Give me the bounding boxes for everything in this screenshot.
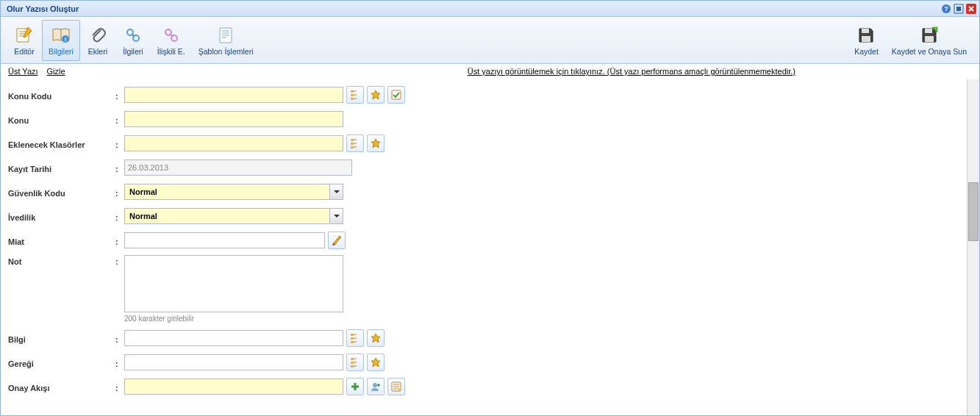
preview-hint-link[interactable]: Üst yazıyı görüntülemek için tıklayınız.… (468, 67, 795, 76)
label-geregi: Gereği (8, 357, 115, 368)
select-ivedilik-value[interactable] (125, 209, 329, 223)
svg-rect-19 (351, 98, 354, 100)
input-konu-kodu[interactable] (124, 87, 343, 103)
save-submit-icon (920, 25, 938, 46)
tree-browse-button[interactable] (346, 135, 364, 152)
edit-list-button[interactable] (387, 378, 405, 395)
input-miat[interactable] (124, 232, 325, 248)
iliskili-label: İlişkili E. (157, 47, 185, 56)
row-ivedilik: İvedilik : (8, 207, 959, 226)
svg-text:?: ? (944, 5, 948, 12)
label-not: Not (8, 255, 115, 266)
ust-yazi-link[interactable]: Üst Yazı (8, 67, 38, 76)
svg-rect-22 (351, 143, 354, 145)
favorite-button[interactable] (367, 86, 385, 104)
kaydet-button[interactable]: Kaydet (848, 20, 885, 61)
select-ivedilik[interactable] (124, 208, 343, 224)
favorite-button[interactable] (367, 329, 385, 347)
svg-rect-20 (392, 90, 401, 99)
chevron-down-icon[interactable] (329, 184, 343, 199)
svg-rect-13 (862, 29, 869, 33)
toolbar: Editör i Bilgileri Ekleri İlgileri İlişk… (1, 17, 979, 64)
svg-rect-16 (925, 36, 934, 42)
add-button[interactable] (346, 378, 364, 395)
label-konu: Konu (8, 114, 115, 125)
ilgileri-label: İlgileri (123, 47, 143, 56)
ilgileri-button[interactable]: İlgileri (115, 20, 151, 61)
textarea-not[interactable] (124, 255, 343, 312)
input-konu[interactable] (124, 111, 343, 127)
pencil-note-icon (15, 25, 34, 46)
input-bilgi[interactable] (124, 330, 343, 346)
label-ivedilik: İvedilik (8, 211, 115, 222)
sablon-button[interactable]: Şablon İşlemleri (192, 20, 260, 61)
svg-text:i: i (65, 37, 66, 42)
input-onay-akisi[interactable] (124, 379, 343, 395)
svg-rect-14 (862, 36, 870, 42)
svg-rect-24 (351, 334, 354, 336)
gizle-link[interactable]: Gizle (47, 67, 65, 76)
close-icon[interactable] (965, 3, 976, 14)
label-onay-akisi: Onay Akışı (8, 381, 115, 392)
input-eklenecek[interactable] (124, 135, 343, 151)
tree-browse-button[interactable] (346, 86, 364, 104)
window-title: Olur Yazısı Oluştur (7, 4, 940, 13)
add-user-button[interactable] (367, 378, 385, 395)
label-eklenecek: Eklenecek Klasörler (8, 138, 115, 149)
link-chain-icon (162, 25, 180, 46)
kaydet-onaya-label: Kaydet ve Onaya Sun (892, 47, 967, 56)
vertical-scrollbar[interactable] (967, 79, 979, 415)
save-icon (857, 25, 875, 46)
label-bilgi: Bilgi (8, 333, 115, 344)
row-bilgi: Bilgi : (8, 329, 959, 348)
label-guvenlik: Güvenlik Kodu (8, 187, 115, 198)
svg-rect-18 (351, 94, 354, 96)
titlebar-controls: ? (940, 3, 976, 14)
sub-link-bar: Üst Yazı Gizle Üst yazıyı görüntülemek i… (1, 64, 979, 79)
sablon-label: Şablon İşlemleri (198, 47, 254, 56)
select-guvenlik-value[interactable] (125, 184, 329, 199)
chevron-down-icon[interactable] (329, 209, 343, 223)
favorite-button[interactable] (367, 354, 385, 371)
link-icon (124, 25, 142, 46)
input-kayit-tarihi (124, 159, 352, 176)
tree-browse-button[interactable] (346, 329, 364, 347)
svg-rect-28 (351, 362, 354, 364)
label-miat: Miat (8, 235, 115, 246)
iliskili-button[interactable]: İlişkili E. (151, 20, 192, 61)
ekleri-label: Ekleri (88, 47, 107, 56)
bilgileri-label: Bilgileri (49, 47, 74, 56)
row-miat: Miat : (8, 231, 959, 250)
help-icon[interactable]: ? (940, 3, 951, 14)
paperclip-icon (89, 25, 107, 46)
kaydet-label: Kaydet (854, 47, 879, 56)
kaydet-onaya-button[interactable]: Kaydet ve Onaya Sun (885, 20, 973, 61)
row-not: Not : (8, 255, 959, 312)
clear-brush-button[interactable] (328, 232, 346, 249)
svg-rect-29 (351, 365, 354, 367)
bilgileri-button[interactable]: i Bilgileri (42, 20, 80, 61)
row-guvenlik: Güvenlik Kodu : (8, 182, 959, 201)
svg-rect-23 (351, 146, 354, 148)
svg-rect-26 (351, 341, 354, 343)
titlebar: Olur Yazısı Oluştur ? (1, 1, 979, 17)
row-geregi: Gereği : (8, 353, 959, 372)
svg-rect-3 (956, 7, 961, 11)
row-onay-akisi: Onay Akışı : (8, 377, 959, 396)
minimize-restore-icon[interactable] (953, 3, 964, 14)
document-template-icon (218, 25, 234, 46)
ekleri-button[interactable]: Ekleri (80, 20, 115, 61)
label-kayit-tarihi: Kayıt Tarihi (8, 162, 115, 173)
svg-rect-25 (351, 337, 354, 340)
input-geregi[interactable] (124, 354, 343, 370)
scrollbar-thumb[interactable] (968, 182, 979, 241)
tree-browse-button[interactable] (346, 354, 364, 371)
editor-button[interactable]: Editör (7, 20, 42, 61)
favorite-button[interactable] (367, 135, 385, 152)
form-area: Konu Kodu : Konu : (1, 79, 967, 415)
check-button[interactable] (387, 86, 405, 104)
select-guvenlik[interactable] (124, 184, 343, 200)
content-area: Konu Kodu : Konu : (1, 79, 979, 415)
window-frame: Olur Yazısı Oluştur ? Editör i Bilgileri (0, 0, 980, 416)
svg-rect-27 (351, 358, 354, 360)
